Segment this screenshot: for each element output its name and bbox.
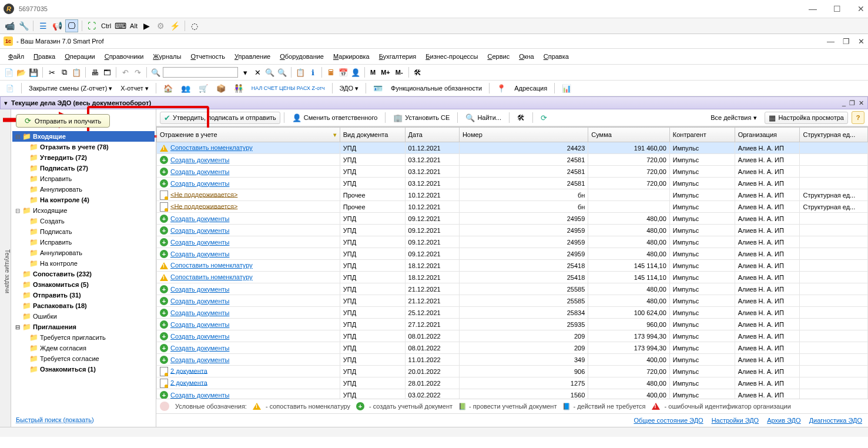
folder-tree[interactable]: ⊟📁Входящие📁Отразить в учете (78)📁Утверди…	[11, 131, 156, 413]
people-icon[interactable]: 👥	[179, 82, 193, 94]
menu-файл[interactable]: Файл	[5, 52, 28, 61]
tree-item[interactable]: 📁Отправить (31)	[12, 290, 155, 300]
action-link[interactable]: 2 документа	[170, 367, 207, 374]
outer-close-button[interactable]: ✕	[857, 4, 864, 14]
table-row[interactable]: +Создать документыУПД08.01.2022209173 99…	[157, 342, 868, 354]
menu-оборудование[interactable]: Оборудование	[276, 52, 327, 61]
action-link[interactable]: Создать документы	[170, 356, 229, 363]
table-row[interactable]: +Создать документыУПД21.12.202125585480,…	[157, 295, 868, 307]
menu-журналы[interactable]: Журналы	[149, 52, 185, 61]
tree-item[interactable]: 📁Аннулировать	[12, 248, 155, 258]
pane-restore-icon[interactable]: ❐	[849, 99, 855, 107]
footer-link[interactable]: Диагностика ЭДО	[809, 417, 862, 424]
tree-item[interactable]: 📁На контроле (4)	[12, 195, 155, 205]
help-button[interactable]: ?	[852, 111, 864, 124]
table-row[interactable]: +Создать документыУПД08.01.2022209173 99…	[157, 330, 868, 342]
home-icon[interactable]: 🏠	[161, 82, 175, 94]
expand-icon[interactable]: ⊟	[14, 208, 22, 214]
tree-item[interactable]: 📁Ознакомиться (5)	[12, 279, 155, 290]
menu-справочники[interactable]: Справочники	[101, 52, 148, 61]
menu-сервис[interactable]: Сервис	[484, 52, 513, 61]
pane-dropdown-icon[interactable]: ▾	[4, 99, 8, 107]
sidebar-vertical-tab[interactable]: Текущие задачи	[0, 109, 11, 427]
close-shift-button[interactable]: Закрытие смены (Z-отчет) ▾	[26, 82, 115, 94]
edo-button[interactable]: ЭДО ▾	[337, 82, 361, 94]
table-row[interactable]: +Создать документыУПД27.12.202125935960,…	[157, 319, 868, 330]
approve-sign-send-button[interactable]: ✔Утвердить, подписать и отправить	[160, 112, 280, 124]
all-actions-button[interactable]: Все действия ▾	[706, 112, 761, 123]
table-row[interactable]: +Создать документыУПД11.01.2022349400,00…	[157, 354, 868, 366]
copy-icon[interactable]: ⧉	[59, 67, 69, 78]
expand-icon[interactable]: ⊟	[14, 133, 22, 140]
table-row[interactable]: <Не поддерживается>Прочее10.12.2021бнИмп…	[157, 189, 868, 201]
clipboard-icon[interactable]: 📋	[295, 67, 306, 78]
action-link[interactable]: Создать документы	[170, 239, 229, 246]
price-tags[interactable]: НАЛ СЧЕТ ЦЕНЫ РАСХ Z-отч	[249, 82, 327, 94]
camera-icon[interactable]: 📹	[4, 20, 15, 32]
tree-item[interactable]: 📁Исправить	[12, 173, 155, 184]
col-header[interactable]: Дата	[405, 128, 459, 142]
tree-item[interactable]: ⊟📁Приглашения	[12, 322, 155, 332]
tree-item[interactable]: 📁Утвердить (72)	[12, 152, 155, 163]
monitor-icon[interactable]: 🖵	[65, 19, 78, 32]
save-icon[interactable]: 💾	[28, 67, 39, 78]
table-row[interactable]: +Создать документыУПД21.12.202125585480,…	[157, 283, 868, 295]
menu-правка[interactable]: Правка	[30, 52, 59, 61]
m-plus-button[interactable]: M+	[379, 69, 392, 76]
action-link[interactable]: Создать документы	[170, 333, 229, 340]
paste-icon[interactable]: 📋	[71, 67, 82, 78]
table-row[interactable]: +Создать документыУПД09.12.202124959480,…	[157, 213, 868, 225]
user-icon[interactable]: 👤	[350, 67, 361, 78]
tree-item[interactable]: 📁Подписать (27)	[12, 163, 155, 173]
box-icon[interactable]: 📦	[214, 82, 228, 94]
col-header[interactable]: Отражение в учете ▾	[157, 128, 340, 142]
cart-icon[interactable]: 🛒	[196, 82, 210, 94]
table-row[interactable]: <Не поддерживается>Прочее10.12.2021бнИмп…	[157, 201, 868, 213]
action-link[interactable]: Создать документы	[170, 309, 229, 316]
func-duties-button[interactable]: Функциональные обязанности	[388, 82, 484, 94]
menu-бухгалтерия[interactable]: Бухгалтерия	[376, 52, 420, 61]
menu-отчетность[interactable]: Отчетность	[187, 52, 229, 61]
settings-icon[interactable]: 🛠	[413, 67, 423, 78]
expand-icon[interactable]: ⊟	[14, 324, 22, 330]
action-link[interactable]: Создать документы	[170, 250, 229, 258]
col-header[interactable]: Контрагент	[669, 128, 735, 142]
action-link[interactable]: Создать документы	[170, 156, 229, 163]
tree-item[interactable]: 📁Сопоставить (232)	[12, 269, 155, 279]
tree-item[interactable]: 📁Ждем согласия	[12, 343, 155, 353]
change-responsible-button[interactable]: 👤Сменить ответственного	[288, 112, 382, 124]
col-header[interactable]: Сумма	[588, 128, 670, 142]
table-row[interactable]: Сопоставить номенклатуруУПД18.12.2021254…	[157, 260, 868, 272]
table-row[interactable]: 2 документаУПД20.01.2022906720,00Импульс…	[157, 366, 868, 377]
set-ce-button[interactable]: 🏢Установить СЕ	[389, 112, 454, 124]
table-row[interactable]: +Создать документыУПД03.02.20221560400,0…	[157, 389, 868, 399]
table-row[interactable]: +Создать документыУПД03.12.202124581720,…	[157, 178, 868, 189]
action-link[interactable]: 2 документа	[170, 379, 207, 386]
action-link[interactable]: Создать документы	[170, 392, 229, 399]
inner-close-button[interactable]: ✕	[858, 37, 864, 46]
action-link[interactable]: Создать документы	[170, 168, 229, 175]
menu-операции[interactable]: Операции	[61, 52, 98, 61]
tree-item[interactable]: ⊟📁Исходящие	[12, 205, 155, 216]
report-icon[interactable]: 📊	[559, 82, 574, 94]
action-link[interactable]: <Не поддерживается>	[170, 202, 237, 209]
action-link[interactable]: <Не поддерживается>	[170, 190, 237, 198]
action-link[interactable]: Сопоставить номенклатуру	[170, 273, 253, 280]
action-link[interactable]: Создать документы	[170, 321, 229, 328]
menu-бизнес-процессы[interactable]: Бизнес-процессы	[422, 52, 481, 61]
list-icon[interactable]: ☰	[37, 20, 49, 32]
send-receive-button[interactable]: ⟳ Отправить и получить	[16, 114, 110, 128]
tree-item[interactable]: 📁Ошибки	[12, 311, 155, 322]
fullscreen-icon[interactable]: ⛶	[86, 20, 98, 32]
tree-item[interactable]: ⊟📁Входящие	[12, 131, 155, 142]
idcard-icon[interactable]: 🪪	[371, 82, 385, 94]
tree-item[interactable]: 📁Создать	[12, 216, 155, 226]
search-icon[interactable]: 🔍	[150, 67, 161, 78]
pane-minimize-icon[interactable]: _	[842, 99, 846, 107]
x-report-button[interactable]: X-отчет ▾	[118, 82, 150, 94]
table-row[interactable]: Сопоставить номенклатуруУПД01.12.2021244…	[157, 142, 868, 154]
search-fwd-icon[interactable]: 🔍	[277, 67, 287, 78]
col-header[interactable]: Вид документа	[340, 128, 405, 142]
table-row[interactable]: +Создать документыУПД25.12.202125834100 …	[157, 307, 868, 319]
speaker-icon[interactable]: 📢	[51, 20, 63, 32]
